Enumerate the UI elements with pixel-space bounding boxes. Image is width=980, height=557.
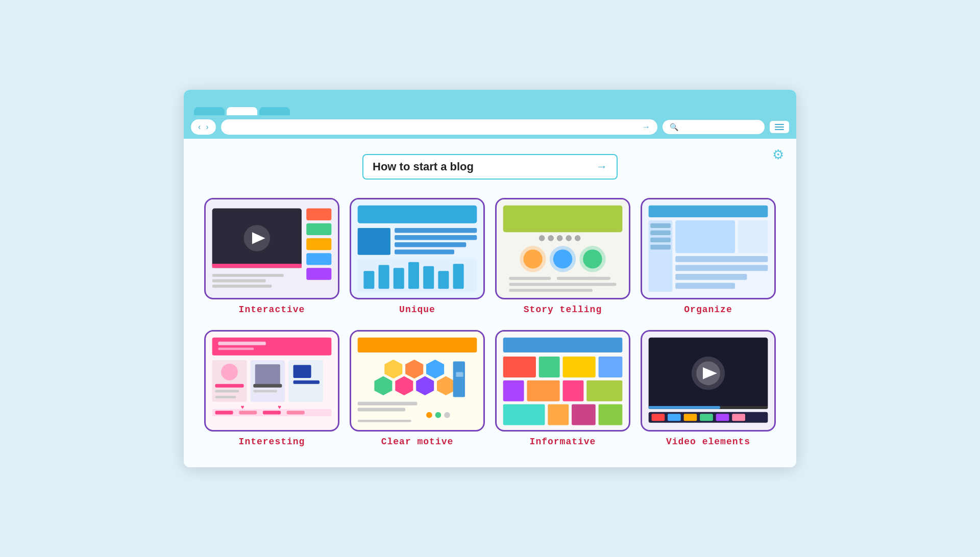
svg-rect-71 <box>253 390 277 392</box>
svg-point-30 <box>539 235 545 241</box>
card-organize[interactable] <box>641 198 776 299</box>
card-wrapper-organize: Organize <box>641 198 776 315</box>
menu-line-2 <box>775 126 784 128</box>
svg-rect-52 <box>650 245 671 249</box>
svg-rect-14 <box>358 206 477 223</box>
svg-rect-106 <box>527 381 559 401</box>
svg-rect-23 <box>394 268 404 289</box>
toolbar-search-input[interactable] <box>681 123 757 131</box>
svg-rect-93 <box>358 402 418 406</box>
browser-tab-1[interactable] <box>194 107 225 115</box>
svg-rect-8 <box>306 253 331 265</box>
card-story[interactable] <box>495 198 630 299</box>
svg-rect-102 <box>539 357 560 377</box>
card-video[interactable] <box>641 330 776 432</box>
svg-rect-65 <box>215 384 244 388</box>
browser-tab-3[interactable] <box>259 107 290 115</box>
svg-rect-19 <box>395 249 454 254</box>
main-search-box: → <box>362 154 618 180</box>
svg-rect-56 <box>675 265 768 271</box>
card-label-informative: Informative <box>530 437 596 447</box>
back-button[interactable]: ‹ <box>196 121 203 133</box>
svg-rect-112 <box>599 404 623 425</box>
search-icon: 🔍 <box>670 123 678 131</box>
address-input[interactable] <box>228 123 642 131</box>
svg-rect-83 <box>358 338 477 352</box>
card-interactive[interactable] <box>204 198 339 299</box>
svg-rect-50 <box>650 231 671 235</box>
svg-rect-41 <box>509 277 551 280</box>
svg-rect-25 <box>423 266 434 289</box>
svg-rect-98 <box>358 420 411 422</box>
browser-tab-2[interactable] <box>227 107 257 115</box>
card-wrapper-story: Story telling <box>495 198 630 315</box>
svg-rect-51 <box>650 238 671 242</box>
svg-rect-119 <box>649 406 720 409</box>
browser-window: ‹ › → 🔍 ⚙ → <box>184 90 796 467</box>
card-wrapper-interactive: Interactive <box>204 198 339 315</box>
svg-rect-43 <box>586 277 610 280</box>
svg-rect-4 <box>212 264 302 268</box>
svg-rect-6 <box>306 223 331 235</box>
go-button[interactable]: → <box>642 122 650 132</box>
forward-button[interactable]: › <box>204 121 210 133</box>
svg-rect-105 <box>503 381 524 401</box>
svg-rect-124 <box>700 414 713 421</box>
svg-rect-126 <box>732 414 745 421</box>
browser-toolbar: ‹ › → 🔍 <box>184 115 796 139</box>
card-unique[interactable] <box>350 198 485 299</box>
card-label-organize: Organize <box>684 305 732 315</box>
svg-rect-5 <box>306 209 331 220</box>
svg-rect-11 <box>212 280 266 283</box>
svg-rect-80 <box>263 411 281 414</box>
svg-rect-57 <box>675 274 747 280</box>
svg-rect-66 <box>215 390 239 392</box>
svg-rect-109 <box>503 404 545 425</box>
svg-rect-29 <box>503 206 623 233</box>
svg-rect-24 <box>408 262 419 289</box>
card-label-story: Story telling <box>524 305 602 315</box>
card-clear[interactable] <box>350 330 485 432</box>
svg-rect-92 <box>456 372 463 376</box>
nav-buttons: ‹ › <box>191 119 216 135</box>
svg-rect-108 <box>586 381 622 401</box>
main-search-input[interactable] <box>373 160 596 173</box>
main-search-arrow[interactable]: → <box>596 160 607 173</box>
svg-rect-100 <box>503 338 623 352</box>
svg-rect-110 <box>548 404 569 425</box>
menu-button[interactable] <box>770 121 789 133</box>
svg-rect-54 <box>738 220 768 253</box>
svg-point-95 <box>426 412 432 418</box>
svg-rect-49 <box>650 223 671 228</box>
svg-rect-7 <box>306 238 331 250</box>
svg-rect-26 <box>438 271 449 289</box>
card-interesting[interactable]: ♥ ♥ <box>204 330 339 432</box>
svg-rect-70 <box>253 384 282 388</box>
svg-point-33 <box>566 235 572 241</box>
svg-point-97 <box>444 412 450 418</box>
svg-rect-17 <box>395 235 477 240</box>
svg-rect-47 <box>649 206 768 217</box>
card-label-video: Video elements <box>666 437 750 447</box>
svg-point-31 <box>548 235 554 241</box>
svg-rect-21 <box>363 271 374 289</box>
svg-rect-79 <box>239 411 257 414</box>
gear-icon[interactable]: ⚙ <box>772 147 784 163</box>
menu-line-3 <box>775 129 784 130</box>
svg-rect-44 <box>509 283 616 286</box>
menu-line-1 <box>775 124 784 125</box>
svg-point-34 <box>575 235 581 241</box>
svg-rect-53 <box>675 220 735 253</box>
svg-rect-55 <box>675 256 768 262</box>
card-label-interactive: Interactive <box>239 305 305 315</box>
svg-rect-103 <box>563 357 596 377</box>
svg-rect-12 <box>212 285 272 288</box>
card-wrapper-interesting: ♥ ♥ Interesting <box>204 330 339 447</box>
svg-rect-16 <box>395 228 477 233</box>
svg-rect-45 <box>509 289 593 292</box>
card-informative[interactable] <box>495 330 630 432</box>
svg-rect-111 <box>572 404 596 425</box>
svg-rect-94 <box>358 408 405 412</box>
svg-rect-81 <box>287 411 305 414</box>
svg-rect-101 <box>503 357 536 377</box>
